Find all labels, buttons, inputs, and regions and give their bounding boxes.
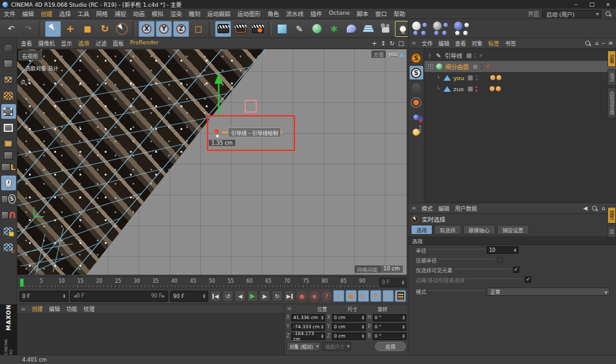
menu-item[interactable]: 帮助 [394,9,405,18]
menu-item[interactable]: 渲染 [170,9,182,18]
rotation-input[interactable]: 0 ° [373,333,407,340]
object-row[interactable]: ├ 引导线 ✓ [424,50,616,61]
menu-item[interactable]: 运动图形 [237,9,261,18]
object-manager-menu-item[interactable]: 查看 [455,39,466,47]
undo-button[interactable]: ↶ [3,21,19,37]
viewport-menu-item[interactable]: 显示 [61,39,72,47]
menu-item[interactable]: 文件 [4,9,15,18]
viewport-canvas[interactable]: 右视图 选取对象 总计 点 1 方案 you 引导线 - 引导线绘制 1.35 … [17,49,407,275]
scale-key-toggle[interactable]: ■ [346,290,357,302]
attribute-menu-item[interactable]: 模式 [422,204,433,212]
object-manager-menu-item[interactable]: 对象 [472,39,483,47]
snap-mode-button[interactable]: S [410,66,423,79]
stepper-icon[interactable] [203,294,205,298]
visibility-dots[interactable] [480,64,483,70]
cycle-button[interactable]: ↻ [272,290,283,302]
menu-item[interactable]: 流水线 [286,9,304,18]
position-key-toggle[interactable]: + [333,290,344,302]
minimize-button[interactable]: – [568,0,584,9]
quantize-button[interactable]: U [1,208,16,222]
menu-item[interactable]: 运动跟踪 [207,9,230,18]
attribute-tab[interactable]: 选项 [411,225,432,235]
object-name[interactable]: 细分曲面 [445,62,469,71]
home-icon[interactable]: ⌂ [602,205,606,211]
next-frame-button[interactable]: ▶ [259,290,270,302]
stepper-icon[interactable] [402,280,404,285]
object-manager-menu-item[interactable]: 标签 [488,39,500,47]
render-settings-button[interactable] [249,21,265,37]
menu-item[interactable]: 工具 [78,9,89,18]
menu-item[interactable]: 脚本 [357,9,368,18]
visibility-dots[interactable] [476,75,478,81]
snap-workplane-button[interactable] [410,95,423,109]
panel-side-tab[interactable]: 内容浏览器 [607,87,616,118]
viewport-menu-item[interactable]: 面板 [113,39,124,47]
tolerance-checkbox[interactable]: ✓ [525,277,531,283]
material-menu-item[interactable]: 功能 [67,305,78,313]
object-tag-icon[interactable] [490,86,495,91]
sphere-cluster-icon[interactable] [454,22,470,35]
add-camera-button[interactable] [378,21,394,37]
object-manager-menu-item[interactable]: 编辑 [439,39,450,47]
panel-side-tab[interactable]: 场次 [607,69,616,86]
open-timeline-button[interactable] [395,290,406,302]
visible-only-checkbox[interactable]: ✓ [513,267,519,273]
frame-range-slider[interactable]: ◀ 0 F 90 F ▶ [70,291,168,302]
scheme-chip[interactable]: 方案 you [371,51,404,58]
toolbar-separator[interactable] [268,22,272,36]
search-icon[interactable] [604,10,612,18]
attribute-tab[interactable]: 捕捉设置 [497,225,529,235]
menu-item[interactable]: 网格 [96,9,108,18]
sphere-cluster-icon[interactable] [412,22,428,35]
object-manager-menu-item[interactable]: 书签 [505,39,516,47]
end-frame-field[interactable]: 90 F [170,291,208,302]
panel-menu-icon[interactable]: ≡ [21,306,26,312]
layer-chip[interactable] [468,75,473,81]
model-mode-button[interactable] [1,56,16,71]
viewport-menu-item[interactable]: 查看 [21,39,32,47]
layer-chip[interactable] [472,64,478,70]
object-tag-icon[interactable] [490,75,495,80]
view-pan-icon[interactable]: + [371,40,376,47]
timeline-end-field[interactable]: 0 F [379,278,407,287]
object-row[interactable]: └ you [424,72,616,83]
polygons-mode-button[interactable] [1,136,16,151]
y-axis-arrowhead[interactable] [214,73,223,84]
record-button[interactable]: ● [296,290,307,302]
workplane-align-button[interactable] [1,240,16,254]
menu-item[interactable]: Octane [329,9,350,18]
section-header[interactable]: 选项 [408,237,616,245]
workplane-mode-button[interactable] [1,88,16,103]
object-name[interactable]: you [453,75,464,81]
parameter-key-toggle[interactable]: P [370,290,381,302]
object-name[interactable]: zuo [453,86,464,92]
rotation-key-toggle[interactable]: ↻ [358,290,369,302]
edges-mode-button[interactable] [1,120,16,135]
rotate-tool[interactable]: ↻ [97,21,113,37]
live-selection-tool[interactable] [45,21,61,37]
toolbar-separator[interactable] [39,22,43,36]
view-rotate-icon[interactable]: ↻ [389,40,394,47]
prev-frame-button[interactable]: ◀ [235,290,246,302]
menu-item[interactable]: 创建 [41,9,52,18]
rotation-input[interactable]: 0 ° [373,323,407,331]
attribute-tab[interactable]: 建模轴心 [463,225,495,235]
menu-item[interactable]: 选择 [59,9,71,18]
menu-item[interactable]: 捕捉 [115,9,126,18]
mode-dropdown[interactable]: 正常 [487,288,610,296]
add-generator-button[interactable] [309,21,325,37]
panel-options-icon[interactable]: ≡ [608,40,613,46]
minimize-panel-icon[interactable]: ‒ [602,40,606,46]
redo-button[interactable]: ↷ [20,21,36,37]
stepper-icon[interactable] [63,294,65,298]
pla-key-toggle[interactable]: ⋮⋮⋮ [383,290,394,302]
size-input[interactable]: 0 cm [332,333,366,340]
enable-state-icon[interactable]: ✓ [479,52,485,59]
snap-enable-button[interactable]: S [410,51,423,65]
left-toolbar-spacer[interactable] [1,152,16,158]
position-input[interactable]: 41.336 cm [291,314,325,322]
render-view-button[interactable] [215,21,231,37]
object-row[interactable]: + 细分曲面 × [424,61,616,72]
menu-item[interactable]: 角色 [267,9,279,18]
history-back-icon[interactable]: ◀ [583,205,588,211]
